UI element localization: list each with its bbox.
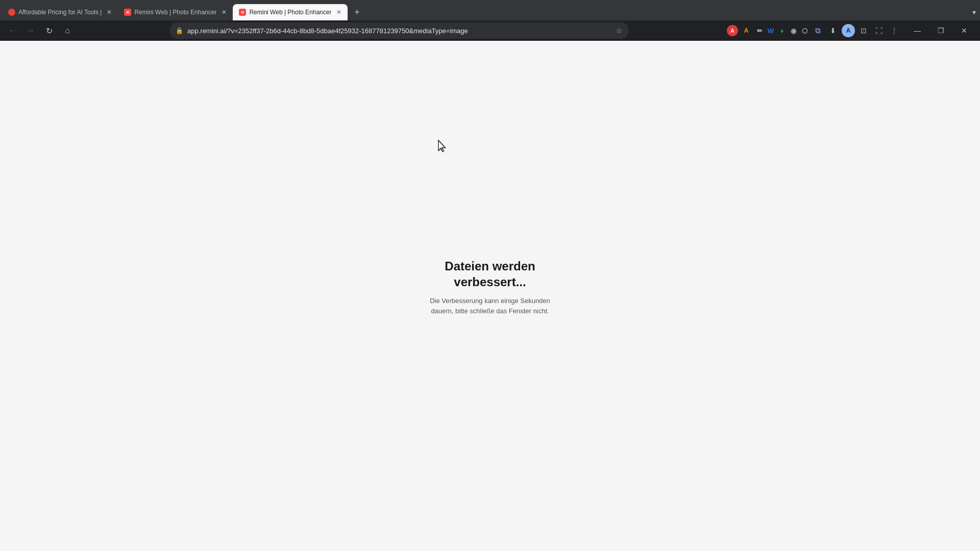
extension7-icon[interactable]: ⬡ bbox=[799, 26, 810, 36]
new-tab-button[interactable]: + bbox=[350, 5, 364, 19]
extension6-icon[interactable]: ◉ bbox=[788, 26, 798, 36]
profile-button[interactable]: A bbox=[842, 24, 855, 37]
loading-title-line2: verbessert... bbox=[454, 275, 526, 289]
window-controls: — ❐ ✕ bbox=[905, 20, 976, 41]
browser-chrome: Affordable Pricing for AI Tools | ✕ R Re… bbox=[0, 0, 980, 41]
tab3-favicon: R bbox=[239, 9, 246, 16]
tab-1[interactable]: Affordable Pricing for AI Tools | ✕ bbox=[2, 4, 118, 20]
loading-subtitle-line2: dauern, bitte schließe das Fenster nicht… bbox=[431, 307, 549, 315]
tab1-favicon bbox=[8, 9, 15, 16]
reload-button[interactable]: ↻ bbox=[41, 22, 57, 39]
window-minimize-button[interactable]: — bbox=[905, 20, 929, 41]
lock-icon: 🔒 bbox=[176, 27, 183, 34]
window-restore-button[interactable]: ❐ bbox=[929, 20, 952, 41]
tab-bar: Affordable Pricing for AI Tools | ✕ R Re… bbox=[0, 0, 980, 20]
more-options-button[interactable]: ⋮ bbox=[887, 23, 901, 38]
tab1-title: Affordable Pricing for AI Tools | bbox=[18, 9, 102, 16]
loading-title: Dateien werden verbessert... bbox=[430, 258, 550, 290]
loading-subtitle-line1: Die Verbesserung kann einige Sekunden bbox=[430, 297, 550, 305]
bookmark-icon[interactable]: ☆ bbox=[616, 27, 623, 35]
extensions-puzzle-icon[interactable]: ⧉ bbox=[811, 23, 825, 38]
back-button[interactable]: ← bbox=[4, 22, 20, 39]
extension2-icon[interactable]: A bbox=[739, 23, 753, 38]
tab2-title: Remini Web | Photo Enhancer bbox=[134, 9, 216, 16]
adblock-extension-icon[interactable]: A bbox=[727, 25, 738, 36]
address-bar[interactable]: 🔒 app.remini.ai/?v=2352ff37-2b6d-44cb-8b… bbox=[169, 22, 629, 39]
home-button[interactable]: ⌂ bbox=[59, 22, 76, 39]
forward-button[interactable]: → bbox=[22, 22, 39, 39]
tab-2[interactable]: R Remini Web | Photo Enhancer ✕ bbox=[118, 4, 233, 20]
toolbar-right: A A ✏ W ♦ ◉ ⬡ ⧉ ⬇ A ⊡ ⛶ ⋮ bbox=[727, 23, 901, 38]
address-text: app.remini.ai/?v=2352ff37-2b6d-44cb-8bd8… bbox=[187, 27, 612, 35]
extension4-icon[interactable]: W bbox=[766, 26, 776, 36]
tab-3[interactable]: R Remini Web | Photo Enhancer ✕ bbox=[233, 4, 348, 20]
loading-title-line1: Dateien werden bbox=[445, 259, 535, 273]
loading-container: Dateien werden verbessert... Die Verbess… bbox=[430, 258, 550, 316]
tab1-close-button[interactable]: ✕ bbox=[105, 8, 114, 17]
extension3-icon[interactable]: ✏ bbox=[754, 26, 765, 36]
minimize-window-button[interactable]: ⊡ bbox=[856, 23, 871, 38]
tab2-close-button[interactable]: ✕ bbox=[219, 8, 229, 17]
download-icon[interactable]: ⬇ bbox=[826, 23, 840, 38]
maximize-window-button[interactable]: ⛶ bbox=[872, 23, 886, 38]
page-content: Dateien werden verbessert... Die Verbess… bbox=[0, 41, 980, 551]
window-close-button[interactable]: ✕ bbox=[952, 20, 976, 41]
tab3-title: Remini Web | Photo Enhancer bbox=[249, 9, 331, 16]
tab2-favicon: R bbox=[124, 9, 131, 16]
toolbar: ← → ↻ ⌂ 🔒 app.remini.ai/?v=2352ff37-2b6d… bbox=[0, 20, 980, 41]
extension5-icon[interactable]: ♦ bbox=[777, 26, 787, 36]
account-icon[interactable]: A bbox=[841, 23, 855, 38]
loading-subtitle: Die Verbesserung kann einige Sekunden da… bbox=[430, 296, 550, 316]
tab3-close-button[interactable]: ✕ bbox=[334, 8, 344, 17]
tab-dropdown-button[interactable]: ▾ bbox=[970, 6, 978, 18]
